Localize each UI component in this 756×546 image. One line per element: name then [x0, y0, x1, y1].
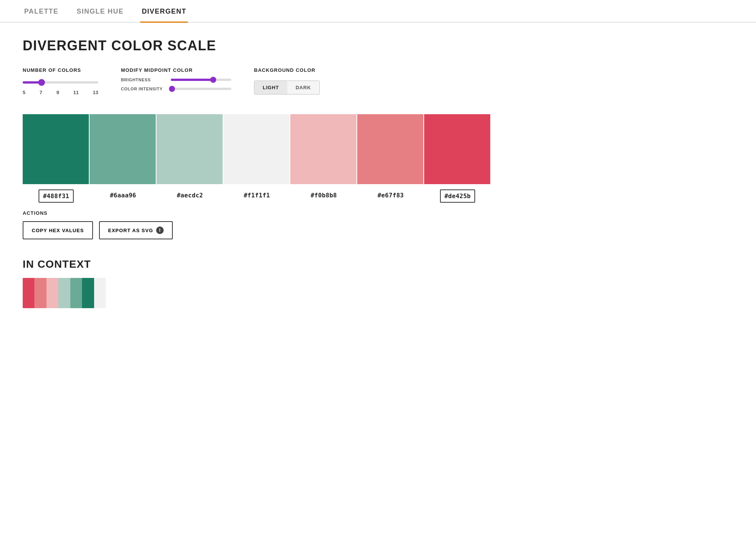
swatch-box-1[interactable]: [90, 114, 156, 184]
actions-buttons: COPY HEX VALUES EXPORT AS SVG i: [23, 221, 733, 239]
num-colors-slider-track[interactable]: [23, 81, 98, 84]
swatch-box-3[interactable]: [223, 114, 290, 184]
swatch-box-0[interactable]: [23, 114, 89, 184]
context-slice-3: [58, 278, 70, 308]
copy-hex-button[interactable]: COPY HEX VALUES: [23, 221, 93, 239]
tab-divergent[interactable]: DIVERGENT: [140, 0, 188, 23]
main-content: DIVERGENT COLOR SCALE NUMBER OF COLORS 5…: [0, 23, 756, 323]
context-slice-5: [82, 278, 94, 308]
tick-9: 9: [56, 90, 59, 95]
context-slice-2: [46, 278, 58, 308]
color-intensity-row: COLOR INTENSITY: [121, 87, 231, 91]
context-preview: [23, 278, 106, 308]
tab-bar: PALETTE SINGLE HUE DIVERGENT: [0, 0, 756, 23]
info-icon: i: [156, 226, 164, 234]
background-toggle: LIGHT DARK: [254, 81, 320, 95]
background-color-control: BACKGROUND COLOR LIGHT DARK: [254, 67, 320, 95]
context-slice-0: [23, 278, 34, 308]
swatch-hex-0[interactable]: #488f31: [39, 189, 74, 203]
tab-single-hue[interactable]: SINGLE HUE: [75, 0, 125, 23]
brightness-label: BRIGHTNESS: [121, 78, 166, 82]
context-slice-6: [94, 278, 106, 308]
swatch-hex-1[interactable]: #6aaa96: [106, 189, 140, 201]
tick-11: 11: [73, 90, 79, 95]
tick-5: 5: [23, 90, 25, 95]
swatch-item-4: #f0b8b8: [290, 114, 357, 203]
swatch-hex-4[interactable]: #f0b8b8: [307, 189, 341, 201]
swatch-item-1: #6aaa96: [90, 114, 156, 203]
page-title: DIVERGENT COLOR SCALE: [23, 38, 733, 54]
midpoint-label: MODIFY MIDPOINT COLOR: [121, 67, 231, 73]
swatch-hex-2[interactable]: #aecdc2: [173, 189, 207, 201]
color-intensity-slider-thumb[interactable]: [169, 86, 175, 92]
swatch-item-2: #aecdc2: [156, 114, 223, 203]
swatches-row: #488f31#6aaa96#aecdc2#f1f1f1#f0b8b8#e67f…: [23, 114, 733, 203]
export-svg-button[interactable]: EXPORT AS SVG i: [99, 221, 173, 239]
tick-7: 7: [40, 90, 42, 95]
swatch-item-0: #488f31: [23, 114, 90, 203]
brightness-slider-fill: [171, 79, 213, 81]
bg-option-light[interactable]: LIGHT: [254, 81, 287, 94]
color-intensity-slider-track[interactable]: [171, 88, 231, 90]
num-colors-label: NUMBER OF COLORS: [23, 67, 98, 73]
swatch-hex-5[interactable]: #e67f83: [374, 189, 408, 201]
swatch-box-6[interactable]: [424, 114, 490, 184]
actions-section: ACTIONS COPY HEX VALUES EXPORT AS SVG i: [23, 210, 733, 239]
swatch-box-2[interactable]: [156, 114, 223, 184]
bg-option-dark[interactable]: DARK: [287, 81, 319, 94]
num-colors-control: NUMBER OF COLORS 5 7 9 11 13: [23, 67, 98, 95]
swatch-hex-6[interactable]: #de425b: [440, 189, 476, 203]
swatch-hex-3[interactable]: #f1f1f1: [240, 189, 274, 201]
tick-13: 13: [93, 90, 98, 95]
brightness-slider-track[interactable]: [171, 79, 231, 81]
export-svg-label: EXPORT AS SVG: [108, 228, 153, 233]
swatch-item-6: #de425b: [424, 114, 491, 203]
background-color-label: BACKGROUND COLOR: [254, 67, 320, 73]
context-slice-1: [34, 278, 46, 308]
num-colors-ticks: 5 7 9 11 13: [23, 90, 98, 95]
brightness-slider-thumb[interactable]: [210, 77, 216, 83]
context-slice-4: [70, 278, 82, 308]
midpoint-control: MODIFY MIDPOINT COLOR BRIGHTNESS COLOR I…: [121, 67, 231, 93]
tab-palette[interactable]: PALETTE: [23, 0, 60, 23]
brightness-row: BRIGHTNESS: [121, 78, 231, 82]
actions-label: ACTIONS: [23, 210, 733, 216]
swatch-item-5: #e67f83: [357, 114, 424, 203]
in-context-section: IN CONTEXT: [23, 258, 733, 308]
swatch-box-4[interactable]: [290, 114, 356, 184]
color-intensity-label: COLOR INTENSITY: [121, 87, 166, 91]
in-context-title: IN CONTEXT: [23, 258, 733, 270]
swatch-item-3: #f1f1f1: [223, 114, 290, 203]
controls-row: NUMBER OF COLORS 5 7 9 11 13 MODIFY MIDP…: [23, 67, 733, 95]
swatch-box-5[interactable]: [357, 114, 423, 184]
num-colors-slider-thumb[interactable]: [38, 79, 45, 86]
